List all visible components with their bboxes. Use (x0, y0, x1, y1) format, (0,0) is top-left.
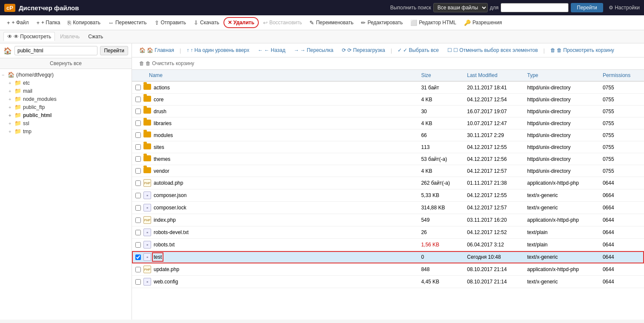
file-name-cell[interactable]: PHPindex.php (132, 214, 418, 226)
tree-item-tmp[interactable]: + 📁 tmp (0, 127, 132, 135)
edit-button[interactable]: ✏ Редактировать (358, 18, 406, 28)
table-row[interactable]: actions31 байт20.11.2017 18:41httpd/unix… (132, 81, 644, 94)
clear-trash-button[interactable]: 🗑 🗑 Очистить корзину (136, 59, 197, 68)
tree-toggle-etc[interactable]: + (9, 80, 14, 86)
file-name-cell[interactable]: ≡robots-devel.txt (132, 226, 418, 238)
file-name-cell[interactable]: actions (132, 82, 418, 93)
table-row[interactable]: ≡composer.lock314,88 KB04.12.2017 12:57t… (132, 202, 644, 214)
tree-toggle-mail[interactable]: + (9, 89, 14, 94)
tree-item-public-ftp[interactable]: + 📁 public_ftp (0, 103, 132, 111)
file-checkbox[interactable] (135, 180, 141, 186)
file-checkbox[interactable] (135, 168, 141, 174)
file-checkbox[interactable] (135, 205, 141, 211)
delete-button[interactable]: ✕ Удалить (223, 17, 259, 28)
file-name-cell[interactable]: vendor (132, 165, 418, 177)
tree-toggle-ssl[interactable]: + (9, 121, 14, 126)
folder-button[interactable]: + + Папка (33, 18, 63, 28)
table-row[interactable]: drush3016.07.2017 19:07httpd/unix-direct… (132, 106, 644, 117)
path-input[interactable] (14, 46, 97, 55)
reload-nav-button[interactable]: ⟳ ⟳ Перезагрузка (339, 46, 388, 54)
tree-toggle-public-html[interactable]: + (9, 113, 14, 118)
col-header-permissions[interactable]: Permissions (599, 70, 644, 81)
table-row[interactable]: ≡composer.json5,33 KB04.12.2017 12:55tex… (132, 189, 644, 202)
file-name-cell[interactable]: ≡composer.json (132, 189, 418, 201)
tree-toggle-tmp[interactable]: + (9, 129, 14, 134)
tree-item-mail[interactable]: + 📁 mail (0, 87, 132, 95)
table-row[interactable]: themes53 байт(-а)04.12.2017 12:56httpd/u… (132, 153, 644, 165)
table-row[interactable]: ≡test0Сегодня 10:48text/x-generic0644 (132, 251, 644, 263)
tree-toggle-public-ftp[interactable]: + (9, 105, 14, 110)
deselect-button[interactable]: ☐ ☐ Отменить выбор всех элементов (444, 46, 541, 54)
table-row[interactable]: ≡web.config4,45 KB08.10.2017 21:14text/x… (132, 276, 644, 288)
tree-item-node-modules[interactable]: + 📁 node_modules (0, 95, 132, 103)
col-header-name[interactable]: Name (132, 70, 418, 81)
col-header-size[interactable]: Size (418, 70, 464, 81)
file-name-cell[interactable]: themes (132, 153, 418, 165)
file-name-cell[interactable]: PHPupdate.php (132, 263, 418, 275)
table-row[interactable]: PHPautoload.php262 байт(-а)01.11.2017 21… (132, 177, 644, 189)
file-button[interactable]: + + Файл (3, 18, 32, 28)
file-checkbox[interactable] (135, 109, 141, 114)
collapse-all-button[interactable]: Свернуть все (0, 58, 132, 69)
file-checkbox[interactable] (135, 97, 141, 102)
path-go-button[interactable]: Перейти (100, 46, 128, 55)
file-checkbox[interactable] (135, 85, 141, 90)
view-cart-button[interactable]: 🗑 🗑 Просмотреть корзину (547, 46, 617, 54)
rename-button[interactable]: ✎ Переименовать (306, 18, 357, 28)
file-checkbox[interactable] (135, 144, 141, 150)
col-header-modified[interactable]: Last Modified (464, 70, 524, 81)
back-nav-button[interactable]: ← ← Назад (255, 46, 289, 54)
tree-item-public-html[interactable]: + 📁 public_html (0, 111, 132, 119)
table-row[interactable]: core4 KB04.12.2017 12:54httpd/unix-direc… (132, 94, 644, 106)
file-name-cell[interactable]: ≡test (132, 251, 418, 263)
file-checkbox[interactable] (135, 193, 141, 198)
home-nav-button[interactable]: 🏠 🏠 Главная (136, 46, 177, 54)
file-name-cell[interactable]: ≡composer.lock (132, 202, 418, 214)
table-row[interactable]: ≡robots-devel.txt2604.12.2017 12:52text/… (132, 226, 644, 239)
file-name-cell[interactable]: libraries (132, 117, 418, 129)
restore-button[interactable]: ↩ Восстановить (260, 18, 306, 28)
tree-toggle-node-modules[interactable]: + (9, 97, 14, 102)
table-row[interactable]: modules6630.11.2017 2:29httpd/unix-direc… (132, 129, 644, 141)
table-row[interactable]: libraries4 KB10.07.2017 12:47httpd/unix-… (132, 117, 644, 129)
file-name-cell[interactable]: ≡web.config (132, 276, 418, 288)
up-nav-button[interactable]: ↑ ↑ На один уровень вверх (183, 46, 252, 54)
copy-button[interactable]: ⎘ Копировать (64, 18, 104, 28)
upload-button[interactable]: ⇧ Отправить (151, 18, 190, 28)
col-header-type[interactable]: Type (524, 70, 599, 81)
file-checkbox[interactable] (135, 230, 141, 235)
tree-toggle[interactable]: − (2, 72, 8, 77)
table-row[interactable]: PHPupdate.php84808.10.2017 21:14applicat… (132, 263, 644, 276)
tree-item-etc[interactable]: + 📁 etc (0, 79, 132, 87)
file-name-cell[interactable]: PHPautoload.php (132, 177, 418, 189)
search-select[interactable]: Все ваши файлы (433, 3, 488, 12)
table-row[interactable]: sites11304.12.2017 12:55httpd/unix-direc… (132, 141, 644, 153)
html-editor-button[interactable]: ⬜ Редактор HTML (407, 18, 460, 28)
file-name-cell[interactable]: modules (132, 129, 418, 141)
search-input[interactable] (501, 3, 569, 12)
table-row[interactable]: PHPindex.php54903.11.2017 16:20applicati… (132, 214, 644, 226)
extract-button[interactable]: Извлечь (57, 32, 83, 41)
file-checkbox[interactable] (135, 132, 141, 138)
file-checkbox[interactable] (135, 254, 141, 260)
file-checkbox[interactable] (135, 279, 141, 285)
file-name-cell[interactable]: core (132, 94, 418, 105)
move-button[interactable]: ↔ Переместить (105, 18, 150, 28)
file-name-cell[interactable]: sites (132, 141, 418, 153)
permissions-button[interactable]: 🔑 Разрешения (461, 18, 505, 28)
settings-button[interactable]: ⚙ Настройки (609, 5, 640, 11)
compress-button[interactable]: Сжать (85, 32, 106, 41)
view-button[interactable]: 👁 👁 Просмотреть (3, 32, 55, 41)
download-button[interactable]: ⇩ Скачать (190, 18, 223, 28)
table-row[interactable]: vendor4 KB04.12.2017 12:57httpd/unix-dir… (132, 165, 644, 177)
table-row[interactable]: ≡robots.txt1,56 KB06.04.2017 3:12text/pl… (132, 239, 644, 251)
file-checkbox[interactable] (135, 156, 141, 162)
file-name-cell[interactable]: ≡robots.txt (132, 239, 418, 251)
select-all-button[interactable]: ✓ ✓ Выбрать все (395, 46, 442, 54)
file-checkbox[interactable] (135, 267, 141, 272)
file-checkbox[interactable] (135, 217, 141, 223)
forward-nav-button[interactable]: → → Пересылка (291, 46, 336, 54)
tree-item-root[interactable]: − 🏠 (/home/dtfvegqr) (0, 71, 132, 79)
file-name-cell[interactable]: drush (132, 106, 418, 117)
file-checkbox[interactable] (135, 242, 141, 248)
